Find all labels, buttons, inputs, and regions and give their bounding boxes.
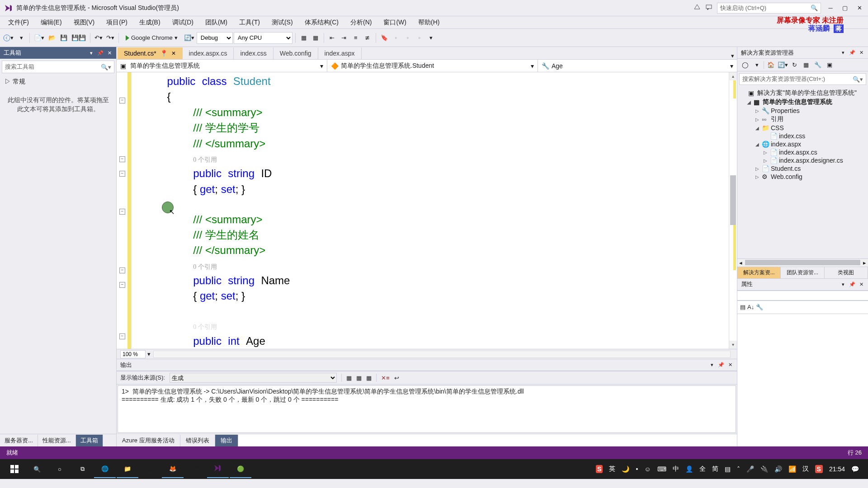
sol-showall-button[interactable]: ▦	[801, 60, 811, 70]
tray-dot-icon[interactable]: •	[636, 465, 638, 473]
sol-preview-button[interactable]: ▣	[825, 60, 835, 70]
nav-back-button[interactable]: ▾	[2, 32, 15, 44]
tray-more-icon[interactable]: ▤	[725, 465, 731, 473]
task-view-button[interactable]: ⧉	[71, 460, 93, 478]
output-text[interactable]: 1> 简单的学生信息管理系统 -> C:\Users\JianVision\De…	[118, 385, 736, 433]
new-item-button[interactable]: 📄▾	[33, 32, 46, 44]
namespace-dropdown[interactable]: ▣ 简单的学生信息管理系统▾	[117, 60, 327, 72]
fold-toggle[interactable]: −	[119, 156, 125, 162]
store-icon[interactable]: 🛍	[139, 460, 161, 478]
tray-ime-en[interactable]: 英	[609, 465, 615, 473]
explorer-icon[interactable]: 📁	[117, 460, 138, 478]
tray-network-icon[interactable]: 📶	[788, 465, 796, 473]
firefox-icon[interactable]: 🦊	[162, 460, 184, 478]
tray-chevron-up-icon[interactable]: ˄	[737, 465, 740, 473]
tray-mic-icon[interactable]: 🎤	[746, 465, 754, 473]
prop-categorized-button[interactable]: ▤	[740, 304, 745, 310]
panel-close-icon[interactable]: ✕	[858, 281, 864, 287]
tray-ime-cn[interactable]: 中	[673, 465, 679, 473]
tab-class-view[interactable]: 类视图	[825, 267, 868, 278]
menu-edit[interactable]: 编辑(E)	[35, 17, 67, 28]
toolbar-btn-4[interactable]: ▫	[402, 32, 413, 44]
file-index-aspx-cs-node[interactable]: ▷📄index.aspx.cs	[740, 148, 865, 156]
menu-view[interactable]: 视图(V)	[68, 17, 100, 28]
platform-select[interactable]: Any CPU	[234, 32, 292, 44]
sol-forward-button[interactable]: ▾	[752, 60, 762, 70]
tray-keyboard-icon[interactable]: ⌨	[657, 465, 666, 473]
tab-index-css[interactable]: index.css	[234, 47, 273, 59]
prop-pages-button[interactable]: 🔧	[756, 304, 763, 310]
properties-node[interactable]: ▷🔧Properties	[740, 107, 865, 115]
menu-help[interactable]: 帮助(H)	[413, 17, 445, 28]
output-clear-button[interactable]: ✕≡	[381, 375, 390, 381]
edge-icon[interactable]: 🌐	[94, 460, 116, 478]
properties-object-select[interactable]	[737, 291, 868, 300]
file-webconfig-node[interactable]: ▷⚙Web.config	[740, 173, 865, 181]
bookmark-button[interactable]: 🔖	[379, 32, 390, 44]
tray-battery-icon[interactable]: 🔌	[760, 465, 768, 473]
menu-analyze[interactable]: 分析(N)	[345, 17, 377, 28]
editor-vertical-scrollbar[interactable]: ▴ ▾	[729, 72, 737, 349]
solution-search-input[interactable]: 搜索解决方案资源管理器(Ctrl+;) 🔍▾	[739, 73, 866, 85]
tray-smile-icon[interactable]: ☺	[644, 465, 651, 473]
fold-toggle[interactable]: −	[119, 333, 125, 339]
comment-button[interactable]: ≡	[350, 32, 361, 44]
search-button[interactable]: 🔍	[26, 460, 48, 478]
menu-file[interactable]: 文件(F)	[3, 17, 34, 28]
file-index-aspx-node[interactable]: ◢🌐index.aspx	[740, 140, 865, 148]
tab-student-cs[interactable]: Student.cs*📍✕	[118, 47, 183, 59]
menu-window[interactable]: 窗口(W)	[378, 17, 412, 28]
sol-home-button[interactable]: 🏠	[766, 60, 776, 70]
scroll-up-icon[interactable]: ▴	[729, 72, 737, 80]
panel-close-icon[interactable]: ✕	[858, 50, 864, 56]
tray-ime-han[interactable]: 汉	[802, 465, 809, 473]
output-btn-2[interactable]: ▦	[356, 375, 362, 381]
tab-toolbox[interactable]: 工具箱	[76, 435, 103, 446]
tray-notifications-icon[interactable]: 💬	[851, 465, 859, 473]
panel-close-icon[interactable]: ✕	[727, 362, 733, 368]
tab-error-list[interactable]: 错误列表	[180, 435, 215, 446]
solution-root-node[interactable]: ▣解决方案"简单的学生信息管理系统"	[740, 89, 865, 98]
indent-plus-button[interactable]: ⇥	[339, 32, 349, 44]
properties-grid[interactable]	[737, 314, 868, 447]
fold-toggle[interactable]: −	[119, 209, 125, 215]
tab-index-aspx-cs[interactable]: index.aspx.cs	[183, 47, 234, 59]
toolbar-overflow[interactable]: ▾	[426, 32, 437, 44]
tray-volume-icon[interactable]: 🔊	[774, 465, 782, 473]
close-button[interactable]: ✕	[854, 4, 864, 12]
menu-arch[interactable]: 体系结构(C)	[299, 17, 344, 28]
menu-team[interactable]: 团队(M)	[200, 17, 233, 28]
toolbox-group-general[interactable]: ▷ 常规	[5, 77, 112, 87]
window-position-icon[interactable]: ▾	[88, 50, 94, 56]
tray-moon-icon[interactable]: 🌙	[622, 465, 629, 473]
editor-horizontal-scrollbar[interactable]	[153, 351, 731, 358]
fold-toggle[interactable]: −	[119, 282, 125, 288]
fold-toggle[interactable]: −	[119, 98, 125, 103]
menu-test[interactable]: 测试(S)	[266, 17, 298, 28]
save-all-button[interactable]: 💾💾	[70, 32, 87, 44]
menu-build[interactable]: 生成(B)	[134, 17, 166, 28]
prop-alpha-button[interactable]: A↓	[747, 304, 754, 310]
tray-ime-simp[interactable]: 简	[712, 465, 718, 473]
nav-forward-button[interactable]: ▾	[16, 32, 27, 44]
uncomment-button[interactable]: ≢	[362, 32, 373, 44]
sol-sync-button[interactable]: 🔄▾	[778, 60, 788, 70]
class-dropdown[interactable]: 🔶 简单的学生信息管理系统.Student▾	[327, 60, 538, 72]
quick-launch-input[interactable]: 快速启动 (Ctrl+Q) 🔍	[717, 3, 821, 14]
references-node[interactable]: ▷▫▫引用	[740, 115, 865, 124]
scroll-thumb[interactable]	[730, 175, 736, 225]
close-tab-icon[interactable]: ✕	[171, 50, 176, 56]
open-file-button[interactable]: 📂	[47, 32, 57, 44]
scroll-down-icon[interactable]: ▾	[729, 341, 737, 349]
tab-solution-explorer[interactable]: 解决方案资...	[737, 267, 781, 278]
zoom-dropdown-icon[interactable]: ▾	[147, 351, 151, 357]
toolbar-btn-1[interactable]: ▦	[298, 32, 309, 44]
file-index-aspx-designer-node[interactable]: ▷📄index.aspx.designer.cs	[740, 156, 865, 164]
pin-icon[interactable]: 📌	[849, 50, 855, 56]
app-icon-1[interactable]: 🗔	[184, 460, 206, 478]
tab-perf-explorer[interactable]: 性能资源...	[38, 435, 76, 446]
zoom-level-input[interactable]	[120, 350, 146, 358]
tray-person-icon[interactable]: 👤	[685, 465, 693, 473]
tab-azure[interactable]: Azure 应用服务活动	[117, 435, 180, 446]
folder-css-node[interactable]: ◢📁CSS	[740, 124, 865, 132]
